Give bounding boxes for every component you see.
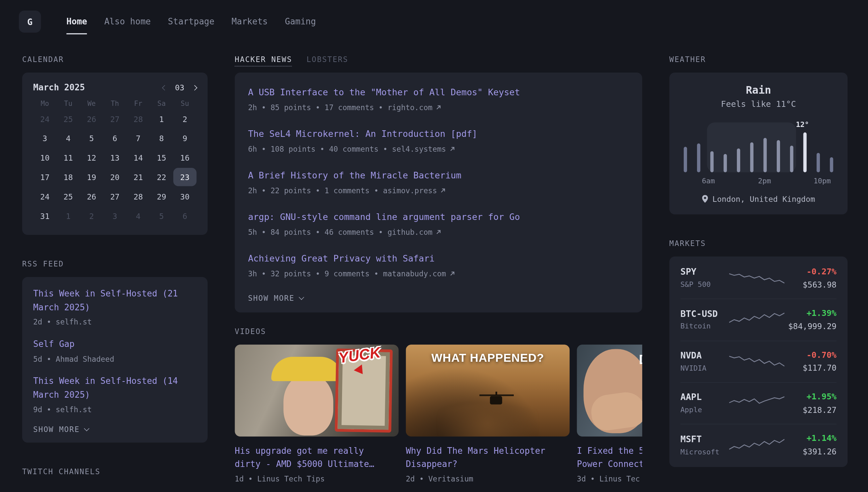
nav-tab-home[interactable]: Home [67, 12, 87, 31]
video-item: YUCK His upgrade got me reallydirty - AM… [235, 345, 398, 483]
market-name: S&P 500 [681, 280, 729, 290]
weather-feels-like: Feels like 11°C [681, 99, 837, 109]
feed-tab-hacker-news[interactable]: HACKER NEWS [235, 55, 292, 64]
hn-item-meta-text: 5h • 84 points • 46 comments • github.co… [248, 226, 433, 238]
video-thumbnail[interactable]: YUCK [235, 345, 398, 437]
video-item: WHAT HAPPENED? Why Did The Mars Helicopt… [406, 345, 570, 483]
hn-item-title[interactable]: A Brief History of the Miracle Bacterium [248, 169, 629, 183]
market-row-aapl[interactable]: AAPL Apple +1.95% $218.27 [681, 382, 837, 424]
calendar-day: 25 [57, 110, 80, 128]
weather-hour-bar [777, 140, 780, 172]
hn-show-more-button[interactable]: SHOW MORE [248, 294, 629, 303]
rss-item-title[interactable]: This Week in Self-Hosted (21 March 2025) [33, 287, 197, 315]
thumbnail-overlay-text: DO [639, 352, 642, 367]
external-link-icon[interactable] [440, 188, 446, 194]
weather-widget: Rain Feels like 11°C 12° 6am2pm10pm Lond… [669, 73, 847, 214]
nav-tab-also-home[interactable]: Also home [104, 12, 151, 31]
hn-item-title[interactable]: Achieving Great Privacy with Safari [248, 252, 629, 266]
chevron-left-icon [162, 85, 168, 90]
calendar-next-button[interactable] [193, 86, 197, 90]
nav-tab-startpage[interactable]: Startpage [168, 12, 214, 31]
weather-hour-bar [697, 144, 700, 172]
hn-item-meta: 5h • 84 points • 46 comments • github.co… [248, 226, 629, 238]
app-logo[interactable]: G [19, 10, 41, 33]
thumbnail-art [283, 375, 333, 436]
hn-item-title[interactable]: A USB Interface to the "Mother of All De… [248, 86, 629, 100]
weather-hour-bar [764, 138, 767, 172]
rss-item: This Week in Self-Hosted (14 March 2025)… [33, 374, 197, 415]
calendar-day: 1 [57, 207, 80, 225]
hn-item-list: A USB Interface to the "Mother of All De… [248, 86, 629, 279]
calendar-day: 5 [150, 207, 173, 225]
hn-item-title[interactable]: argp: GNU-style command line argument pa… [248, 211, 629, 225]
market-sparkline [729, 311, 784, 329]
weather-location-row: London, United Kingdom [681, 195, 837, 203]
market-symbol-block: MSFT Microsoft [681, 434, 729, 457]
market-row-nvda[interactable]: NVDA NVIDIA -0.70% $117.70 [681, 341, 837, 383]
videos-section-heading: VIDEOS [235, 327, 642, 336]
rss-feed-widget: This Week in Self-Hosted (21 March 2025)… [22, 277, 208, 443]
glance-dashboard: G HomeAlso homeStartpageMarketsGaming CA… [0, 0, 868, 492]
video-title[interactable]: His upgrade got me reallydirty - AMD $50… [235, 444, 398, 471]
external-link-icon[interactable] [436, 104, 442, 110]
thumbnail-overlay-text: WHAT HAPPENED? [406, 351, 570, 365]
market-row-msft[interactable]: MSFT Microsoft +1.14% $391.26 [681, 424, 837, 466]
market-change: +1.95% [784, 392, 837, 403]
weather-hour-bar [790, 146, 793, 172]
external-link-icon[interactable] [449, 146, 455, 152]
market-value-block: -0.27% $563.98 [784, 267, 837, 290]
nav-tab-gaming[interactable]: Gaming [285, 12, 316, 31]
weather-hour-label: 2pm [758, 177, 771, 185]
nav-tabs: HomeAlso homeStartpageMarketsGaming [67, 0, 316, 43]
thumbnail-overlay-text: YUCK [338, 345, 384, 382]
right-column: WEATHER Rain Feels like 11°C 12° 6am2pm1… [669, 43, 847, 467]
rss-item-title[interactable]: Self Gap [33, 338, 197, 351]
market-row-spy[interactable]: SPY S&P 500 -0.27% $563.98 [681, 257, 837, 299]
nav-tab-markets[interactable]: Markets [232, 12, 268, 31]
chevron-right-icon [192, 85, 198, 90]
calendar-day: 6 [103, 129, 127, 147]
hn-item-meta: 3h • 32 points • 9 comments • matanabudy… [248, 268, 629, 279]
calendar-day: 24 [33, 187, 57, 205]
market-ticker: MSFT [681, 434, 729, 445]
market-sparkline [729, 353, 784, 371]
external-link-icon[interactable] [436, 229, 442, 235]
thumbnail-art [422, 403, 553, 437]
videos-row: YUCK His upgrade got me reallydirty - AM… [235, 345, 642, 483]
weather-hour-bar [710, 151, 713, 172]
hn-item: Achieving Great Privacy with Safari 3h •… [248, 252, 629, 279]
calendar-day: 20 [103, 168, 127, 186]
video-title[interactable]: I Fixed the 5Power Connect [577, 444, 642, 471]
feed-tab-lobsters[interactable]: LOBSTERS [307, 55, 348, 64]
hn-item: A USB Interface to the "Mother of All De… [248, 86, 629, 113]
calendar-day: 7 [127, 129, 150, 147]
hn-item-title[interactable]: The SeL4 Microkernel: An Introduction [p… [248, 127, 629, 141]
calendar-prev-button[interactable] [163, 86, 167, 90]
location-pin-icon [702, 195, 708, 203]
calendar-day: 10 [33, 148, 57, 167]
market-change: -0.27% [784, 267, 837, 277]
rss-item-title[interactable]: This Week in Self-Hosted (14 March 2025) [33, 374, 197, 402]
market-value-block: +1.95% $218.27 [784, 392, 837, 415]
video-thumbnail[interactable]: DO [577, 345, 642, 437]
market-change: +1.39% [784, 308, 837, 319]
market-value-block: -0.70% $117.70 [784, 350, 837, 373]
hn-item-meta-text: 3h • 32 points • 9 comments • matanabudy… [248, 268, 446, 279]
market-name: Microsoft [681, 447, 729, 457]
calendar-day: 26 [80, 110, 103, 128]
weather-condition: Rain [681, 84, 837, 96]
news-feed-tabs: HACKER NEWSLOBSTERS [235, 55, 642, 64]
video-thumbnail[interactable]: WHAT HAPPENED? [406, 345, 570, 437]
video-title[interactable]: Why Did The Mars HelicopterDisappear? [406, 444, 570, 471]
peak-temperature-label: 12° [796, 120, 809, 129]
external-link-icon[interactable] [449, 271, 455, 277]
weather-section-heading: WEATHER [669, 55, 847, 64]
market-name: Apple [681, 405, 729, 415]
calendar-day: 19 [80, 168, 103, 186]
calendar-day: 4 [127, 207, 150, 225]
calendar-day: 18 [57, 168, 80, 186]
market-row-btc-usd[interactable]: BTC-USD Bitcoin +1.39% $84,999.29 [681, 299, 837, 341]
rss-show-more-button[interactable]: SHOW MORE [33, 425, 197, 434]
market-sparkline [729, 436, 784, 454]
calendar-day: 17 [33, 168, 57, 186]
